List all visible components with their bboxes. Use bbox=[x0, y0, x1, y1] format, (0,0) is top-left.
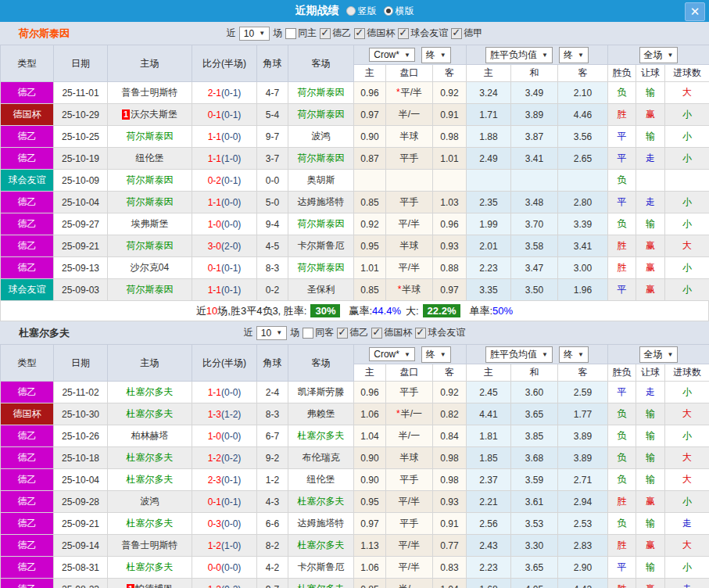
halftime-score: (1-2) bbox=[221, 409, 241, 420]
league-checkbox-德甲[interactable]: 德甲 bbox=[451, 27, 482, 40]
date-cell: 25-09-28 bbox=[54, 491, 108, 513]
win-rate-badge: 30% bbox=[310, 304, 340, 317]
result-handicap-cell: 输 bbox=[636, 447, 665, 469]
score-cell: 2-3(0-1) bbox=[192, 469, 257, 491]
match-count-select[interactable]: 10▼ bbox=[256, 326, 287, 340]
checkbox-icon bbox=[285, 28, 296, 39]
team1-name: 荷尔斯泰因 bbox=[19, 27, 70, 41]
chevron-down-icon: ▼ bbox=[668, 52, 674, 59]
score-cell: 1-1(1-0) bbox=[192, 148, 257, 170]
home-team-cell: 波鸿 bbox=[108, 491, 192, 513]
score-cell: 0-1(0-1) bbox=[192, 491, 257, 513]
result-handicap-cell: 赢 bbox=[636, 257, 665, 279]
fulltime-score: 3-0 bbox=[208, 241, 221, 252]
match-row: 德国杯25-10-291沃尔夫斯堡0-1(0-1)5-4荷尔斯泰因0.97半/一… bbox=[1, 104, 709, 126]
result-handicap-cell: 输 bbox=[636, 557, 665, 579]
result-wdl-cell: 胜 bbox=[608, 235, 636, 257]
handicap-line-cell: 平/半 bbox=[386, 257, 433, 279]
result-wdl-cell: 负 bbox=[608, 213, 636, 235]
halftime-score: (0-1) bbox=[221, 263, 241, 274]
league-checkbox-球会友谊[interactable]: 球会友谊 bbox=[398, 27, 448, 40]
result-wdl-cell: 平 bbox=[608, 382, 636, 403]
bookmaker-select[interactable]: Crow*▼ bbox=[369, 48, 415, 62]
result-handicap-cell: 走 bbox=[636, 192, 665, 213]
same-away-checkbox[interactable]: 同客 bbox=[303, 326, 334, 339]
bookmaker-select[interactable]: Crow*▼ bbox=[369, 347, 415, 361]
date-cell: 25-10-26 bbox=[54, 425, 108, 447]
result-wdl-cell: 胜 bbox=[608, 491, 636, 513]
close-icon[interactable]: ✕ bbox=[685, 2, 705, 21]
score-cell: 1-1(0-0) bbox=[192, 126, 257, 148]
euro-home-odds: 1.85 bbox=[467, 447, 511, 469]
handicap-odds-home: 0.90 bbox=[354, 126, 386, 148]
league-checkbox-德乙[interactable]: 德乙 bbox=[320, 27, 351, 40]
league-checkbox-德国杯[interactable]: 德国杯 bbox=[354, 27, 395, 40]
euro-away-odds: 2.10 bbox=[558, 82, 608, 104]
league-cell: 球会友谊 bbox=[1, 279, 54, 301]
avg-odds-select[interactable]: 胜平负均值▼ bbox=[485, 346, 553, 363]
layout-radio-vertical[interactable]: 竖版 bbox=[346, 5, 377, 18]
handicap-odds-away: 0.93 bbox=[433, 491, 467, 513]
team-section-2: 杜塞尔多夫 近 10▼ 场 同客 德乙德国杯球会友谊 类型 日期 主场 bbox=[0, 321, 709, 588]
fulltime-select[interactable]: 全场▼ bbox=[639, 47, 679, 63]
handicap-odds-away: 0.88 bbox=[433, 257, 467, 279]
fulltime-score: 0-3 bbox=[208, 518, 221, 529]
league-cell: 德乙 bbox=[1, 469, 54, 491]
single-pct: 50% bbox=[492, 305, 513, 317]
match-count-select[interactable]: 10▼ bbox=[239, 27, 270, 41]
avg-odds-select[interactable]: 胜平负均值▼ bbox=[485, 47, 553, 63]
sub-euro-draw: 和 bbox=[511, 364, 558, 382]
home-team-cell: 普鲁士明斯特 bbox=[108, 535, 192, 557]
halftime-score: (0-2) bbox=[221, 453, 241, 464]
fulltime-score: 0-2 bbox=[208, 175, 221, 186]
result-handicap-cell: 赢 bbox=[636, 279, 665, 301]
halftime-score: (0-1) bbox=[221, 475, 241, 486]
team-label: 达姆施塔特 bbox=[298, 518, 345, 529]
corner-cell: 4-3 bbox=[257, 491, 288, 513]
team1-matches-table: 类型 日期 主场 比分(半场) 角球 客场 Crow*▼ 终▼ 胜平负均值▼ 终… bbox=[0, 45, 709, 301]
same-home-checkbox[interactable]: 同主 bbox=[285, 27, 317, 40]
handicap-odds-home: 0.85 bbox=[354, 192, 386, 213]
team-label: 圣保利 bbox=[307, 284, 335, 295]
league-cell: 德乙 bbox=[1, 382, 54, 403]
page-title: 近期战绩 bbox=[295, 4, 339, 18]
layout-radio-horizontal[interactable]: 横版 bbox=[384, 5, 414, 18]
checkbox-checked-icon bbox=[398, 28, 409, 39]
radio-icon bbox=[346, 6, 356, 16]
odds-stage-select[interactable]: 终▼ bbox=[421, 346, 451, 363]
checkbox-checked-icon bbox=[337, 328, 348, 339]
sub-handicap-result: 让球 bbox=[636, 364, 665, 382]
date-cell: 25-09-21 bbox=[54, 513, 108, 535]
euro-draw-odds bbox=[511, 170, 558, 192]
changed-line-asterisk: * bbox=[396, 87, 400, 98]
league-checkbox-德国杯[interactable]: 德国杯 bbox=[371, 326, 412, 339]
fulltime-select[interactable]: 全场▼ bbox=[639, 346, 679, 363]
match-row: 德乙25-09-13沙尔克040-1(0-1)8-3荷尔斯泰因1.01平/半0.… bbox=[1, 257, 709, 279]
match-row: 德乙25-08-31杜塞尔多夫0-0(0-0)4-2卡尔斯鲁厄1.06平/半0.… bbox=[1, 557, 709, 579]
result-goals-cell: 大 bbox=[665, 447, 709, 469]
league-checkbox-德乙[interactable]: 德乙 bbox=[337, 326, 368, 339]
home-team-cell: 荷尔斯泰因 bbox=[108, 192, 192, 213]
handicap-odds-home: 0.90 bbox=[354, 469, 386, 491]
result-wdl-cell: 负 bbox=[608, 425, 636, 447]
handicap-odds-home: 0.85 bbox=[354, 279, 386, 301]
euro-draw-odds: 3.68 bbox=[511, 447, 558, 469]
corner-cell: 5-4 bbox=[257, 104, 288, 126]
team-label: 卡尔斯鲁厄 bbox=[298, 240, 345, 251]
team-label: 纽伦堡 bbox=[307, 474, 335, 485]
date-cell: 25-11-01 bbox=[54, 82, 108, 104]
team2-name: 杜塞尔多夫 bbox=[19, 326, 70, 340]
euro-away-odds: 2.59 bbox=[558, 382, 608, 403]
handicap-odds-home: 0.85 bbox=[354, 579, 386, 588]
result-goals-cell: 大 bbox=[665, 403, 709, 425]
handicap-odds-away: 0.96 bbox=[433, 213, 467, 235]
odds-stage-select2[interactable]: 终▼ bbox=[559, 47, 589, 63]
odds-stage-select2[interactable]: 终▼ bbox=[559, 346, 589, 363]
odds-stage-select[interactable]: 终▼ bbox=[421, 47, 451, 63]
away-team-cell: 荷尔斯泰因 bbox=[288, 82, 354, 104]
match-row: 德乙25-10-19纽伦堡1-1(1-0)3-7荷尔斯泰因0.87平手1.012… bbox=[1, 148, 709, 170]
league-checkbox-球会友谊[interactable]: 球会友谊 bbox=[415, 326, 465, 339]
away-team-cell: 杜塞尔多夫 bbox=[288, 425, 354, 447]
euro-home-odds: 2.43 bbox=[467, 535, 511, 557]
team-label: 布伦瑞克 bbox=[303, 452, 340, 463]
